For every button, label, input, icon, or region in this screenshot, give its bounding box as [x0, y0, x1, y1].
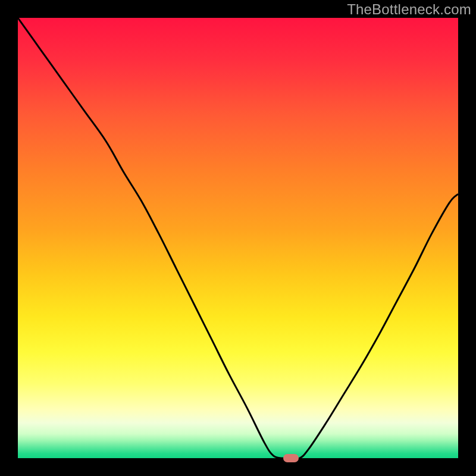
optimal-point-marker [283, 454, 299, 462]
attribution-label: TheBottleneck.com [347, 1, 471, 18]
curve-layer [18, 18, 458, 458]
bottleneck-curve-path [18, 18, 458, 458]
plot-area [18, 18, 458, 458]
chart-frame: TheBottleneck.com [0, 0, 476, 476]
